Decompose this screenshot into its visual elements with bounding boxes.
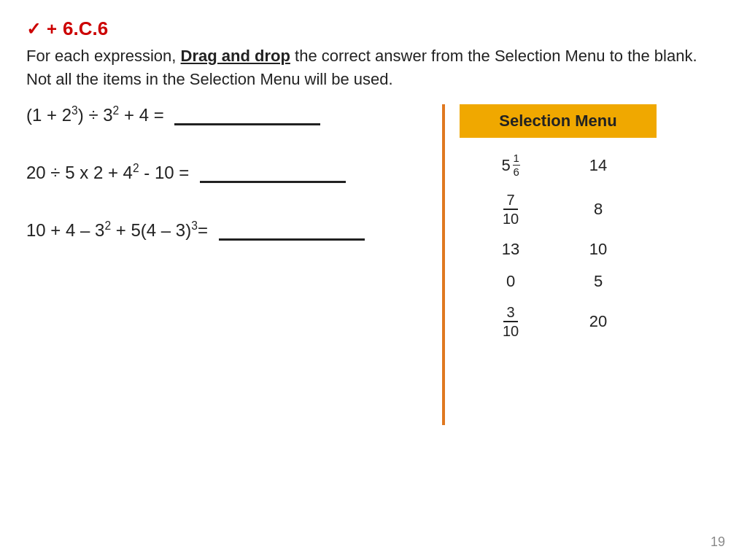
menu-item-14-value: 14 <box>589 156 607 175</box>
title-line: ✓ + 6.C.6 <box>26 18 721 40</box>
mixed-number-display: 5 1 6 <box>501 152 519 179</box>
selection-menu-grid: 5 1 6 14 7 10 <box>467 152 721 339</box>
instruction-text: For each expression, Drag and drop the c… <box>26 44 721 91</box>
page-number: 19 <box>711 534 725 550</box>
menu-item-14[interactable]: 14 <box>554 152 642 179</box>
plus-sign: + <box>47 19 57 39</box>
menu-item-8[interactable]: 8 <box>554 192 642 227</box>
expression-2-blank[interactable] <box>200 181 346 183</box>
menu-item-8-value: 8 <box>594 200 603 219</box>
header: ✓ + 6.C.6 For each expression, Drag and … <box>26 18 721 91</box>
vertical-divider <box>442 104 445 425</box>
fraction-3-10: 3 10 <box>503 304 519 339</box>
expression-3-blank[interactable] <box>219 238 365 241</box>
expressions-panel: (1 + 23) ÷ 32 + 4 = 20 ÷ 5 x 2 + 42 - 10… <box>26 104 435 425</box>
page: ✓ + 6.C.6 For each expression, Drag and … <box>0 0 747 560</box>
expression-3-row: 10 + 4 – 32 + 5(4 – 3)3= <box>26 219 420 241</box>
menu-item-10[interactable]: 10 <box>554 240 642 259</box>
expression-3-text: 10 + 4 – 32 + 5(4 – 3)3= <box>26 220 365 240</box>
selection-panel: Selection Menu 5 1 6 14 <box>452 104 721 425</box>
expression-1-text: (1 + 23) ÷ 32 + 4 = <box>26 105 320 125</box>
menu-item-13-value: 13 <box>502 240 519 259</box>
main-content: (1 + 23) ÷ 32 + 4 = 20 ÷ 5 x 2 + 42 - 10… <box>26 104 721 425</box>
selection-menu-header: Selection Menu <box>460 104 657 138</box>
expression-1-blank[interactable] <box>174 123 320 125</box>
drag-drop-text: Drag and drop <box>181 47 290 65</box>
expression-1-row: (1 + 23) ÷ 32 + 4 = <box>26 104 420 125</box>
menu-item-20[interactable]: 20 <box>554 304 642 339</box>
expression-2-text: 20 ÷ 5 x 2 + 42 - 10 = <box>26 163 346 182</box>
lesson-code: 6.C.6 <box>63 18 108 40</box>
expression-2-row: 20 ÷ 5 x 2 + 42 - 10 = <box>26 162 420 183</box>
fraction-7-10: 7 10 <box>503 192 519 227</box>
menu-item-20-value: 20 <box>589 312 607 331</box>
menu-item-13[interactable]: 13 <box>467 240 554 259</box>
checkmark-icon: ✓ <box>26 19 41 39</box>
menu-item-3-10[interactable]: 3 10 <box>467 304 554 339</box>
menu-item-5[interactable]: 5 <box>554 272 642 291</box>
menu-item-mixed-5-1-6[interactable]: 5 1 6 <box>467 152 554 179</box>
instruction-prefix: For each expression, <box>26 47 176 65</box>
menu-item-0-value: 0 <box>506 272 515 291</box>
menu-item-10-value: 10 <box>589 240 607 259</box>
menu-item-7-10[interactable]: 7 10 <box>467 192 554 227</box>
menu-item-5-value: 5 <box>594 272 603 291</box>
menu-item-0[interactable]: 0 <box>467 272 554 291</box>
